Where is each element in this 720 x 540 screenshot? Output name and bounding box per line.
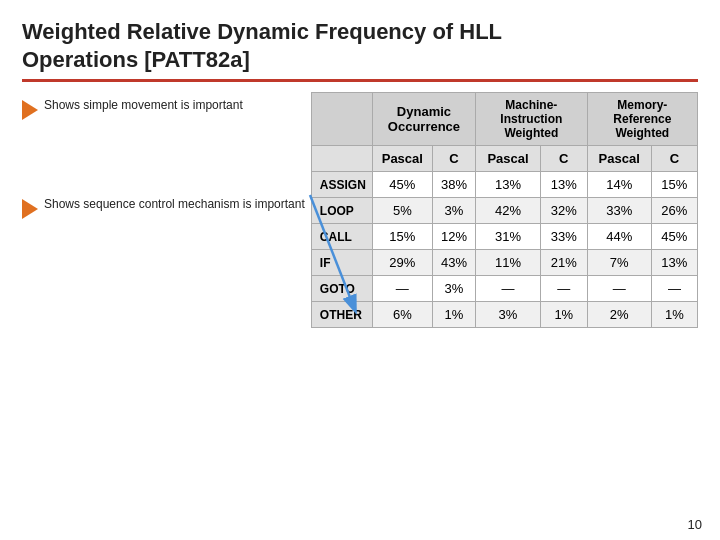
op-cell: ASSIGN — [311, 172, 372, 198]
data-cell: — — [651, 276, 697, 302]
page: Weighted Relative Dynamic Frequency of H… — [0, 0, 720, 540]
op-subheader-empty — [311, 146, 372, 172]
data-cell: 1% — [432, 302, 475, 328]
data-cell: 14% — [587, 172, 651, 198]
data-table: Dynamic Occurrence Machine-Instruction W… — [311, 92, 698, 328]
data-table-container: Dynamic Occurrence Machine-Instruction W… — [311, 92, 698, 328]
table-row: OTHER6%1%3%1%2%1% — [311, 302, 697, 328]
orange-arrow-sequence — [22, 199, 38, 219]
data-cell: 15% — [372, 224, 432, 250]
data-cell: 13% — [540, 172, 587, 198]
page-title: Weighted Relative Dynamic Frequency of H… — [22, 18, 698, 73]
data-cell: — — [476, 276, 541, 302]
orange-arrow-simple — [22, 100, 38, 120]
data-cell: 31% — [476, 224, 541, 250]
op-cell: LOOP — [311, 198, 372, 224]
subcolumn-header: Pascal C Pascal C Pascal C — [311, 146, 697, 172]
sub-c-2: C — [540, 146, 587, 172]
data-cell: 26% — [651, 198, 697, 224]
page-number: 10 — [688, 517, 702, 532]
data-cell: 33% — [540, 224, 587, 250]
data-cell: 6% — [372, 302, 432, 328]
op-cell: IF — [311, 250, 372, 276]
data-cell: — — [587, 276, 651, 302]
sub-c-1: C — [432, 146, 475, 172]
data-cell: — — [540, 276, 587, 302]
op-cell: OTHER — [311, 302, 372, 328]
header-machine-instruction: Machine-Instruction Weighted — [476, 93, 588, 146]
data-cell: 1% — [651, 302, 697, 328]
data-cell: 44% — [587, 224, 651, 250]
data-cell: — — [372, 276, 432, 302]
red-divider — [22, 79, 698, 82]
label-shows-sequence: Shows sequence control mechanism is impo… — [22, 193, 311, 228]
data-cell: 3% — [476, 302, 541, 328]
data-cell: 11% — [476, 250, 541, 276]
data-cell: 1% — [540, 302, 587, 328]
data-cell: 2% — [587, 302, 651, 328]
sub-pascal-2: Pascal — [476, 146, 541, 172]
data-cell: 21% — [540, 250, 587, 276]
label-shows-simple: Shows simple movement is important — [22, 92, 311, 133]
column-group-header: Dynamic Occurrence Machine-Instruction W… — [311, 93, 697, 146]
data-cell: 3% — [432, 276, 475, 302]
data-cell: 5% — [372, 198, 432, 224]
left-labels: Shows simple movement is important Shows… — [22, 92, 311, 328]
sub-pascal-3: Pascal — [587, 146, 651, 172]
op-cell: GOTO — [311, 276, 372, 302]
data-cell: 15% — [651, 172, 697, 198]
data-cell: 13% — [651, 250, 697, 276]
data-cell: 45% — [651, 224, 697, 250]
data-cell: 33% — [587, 198, 651, 224]
op-cell: CALL — [311, 224, 372, 250]
table-row: IF29%43%11%21%7%13% — [311, 250, 697, 276]
data-cell: 43% — [432, 250, 475, 276]
data-cell: 3% — [432, 198, 475, 224]
header-memory-reference: Memory-Reference Weighted — [587, 93, 697, 146]
data-cell: 7% — [587, 250, 651, 276]
table-row: GOTO—3%———— — [311, 276, 697, 302]
data-cell: 29% — [372, 250, 432, 276]
data-cell: 12% — [432, 224, 475, 250]
data-cell: 42% — [476, 198, 541, 224]
content-area: Shows simple movement is important Shows… — [22, 92, 698, 328]
data-cell: 32% — [540, 198, 587, 224]
table-row: LOOP5%3%42%32%33%26% — [311, 198, 697, 224]
data-cell: 38% — [432, 172, 475, 198]
sub-pascal-1: Pascal — [372, 146, 432, 172]
table-row: CALL15%12%31%33%44%45% — [311, 224, 697, 250]
data-cell: 13% — [476, 172, 541, 198]
op-header-empty — [311, 93, 372, 146]
data-cell: 45% — [372, 172, 432, 198]
sub-c-3: C — [651, 146, 697, 172]
header-dynamic-occurrence: Dynamic Occurrence — [372, 93, 475, 146]
table-row: ASSIGN45%38%13%13%14%15% — [311, 172, 697, 198]
